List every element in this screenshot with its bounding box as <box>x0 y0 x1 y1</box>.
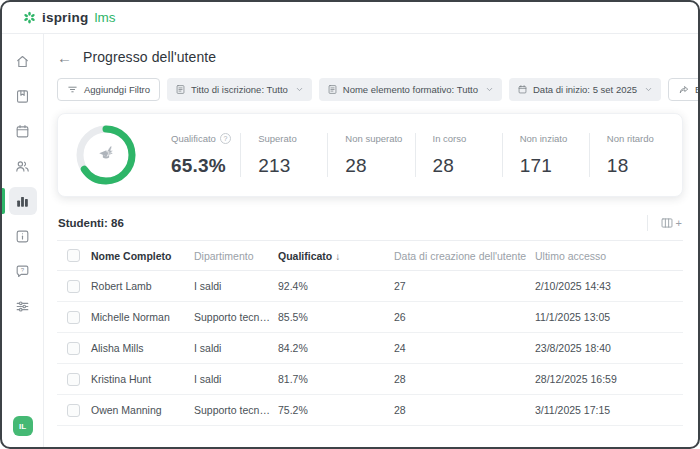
brand-name: ispring <box>42 10 88 25</box>
bar-chart-icon <box>14 193 31 210</box>
graduation-cap-bolt-icon <box>91 140 121 170</box>
row-checkbox[interactable] <box>67 280 80 293</box>
stat-value: 28 <box>433 155 502 177</box>
export-label: Esporta <box>695 84 700 95</box>
filter-chip-data-inizio[interactable]: Data di inizio: 5 set 2025 <box>509 78 661 101</box>
stat-label: Qualificato <box>171 133 216 144</box>
row-checkbox[interactable] <box>67 311 80 324</box>
stat-non-superato: Non superato28 <box>327 133 414 177</box>
stat-label: In corso <box>433 133 467 144</box>
home-icon <box>14 53 31 70</box>
sidebar-item-sliders[interactable] <box>9 292 37 320</box>
sidebar-item-bar-chart[interactable] <box>9 187 37 215</box>
column-header-ultimo-accesso[interactable]: Ultimo accesso <box>531 241 683 271</box>
list-icon <box>327 84 338 95</box>
calendar-icon <box>14 123 31 140</box>
cell-department: I saldi <box>190 364 274 395</box>
add-filter-button[interactable]: Aggiundgi Filtro <box>57 78 160 101</box>
page-title: Progresso dell'utente <box>83 49 216 65</box>
chevron-down-icon <box>644 85 653 94</box>
progress-summary-card: Qualificato?65.3%Superato213Non superato… <box>57 113 683 197</box>
sliders-icon <box>14 298 31 315</box>
stats-row: Qualificato?65.3%Superato213Non superato… <box>154 114 682 196</box>
stat-value: 28 <box>345 155 414 177</box>
cell-qualified: 84.2% <box>274 333 390 364</box>
column-header-data-di-creazione-dell-utente[interactable]: Data di creazione dell'utente <box>390 241 531 271</box>
cell-department: I saldi <box>190 333 274 364</box>
info-icon[interactable]: ? <box>220 133 231 144</box>
export-icon <box>678 84 690 96</box>
cell-last-access: 11/1/2025 13:05 <box>531 302 683 333</box>
info-box-icon <box>14 228 31 245</box>
cell-department: Supporto tecnico <box>190 395 274 426</box>
cell-last-access: 2/10/2025 14:43 <box>531 271 683 302</box>
brand-suffix: lms <box>94 10 115 25</box>
sidebar-item-info-box[interactable] <box>9 222 37 250</box>
app-window: ispring lms ?IL ← Progresso dell'utente … <box>0 0 700 449</box>
column-header-nome-completo[interactable]: Nome Completo <box>87 241 190 271</box>
ispring-logo-icon <box>22 10 37 25</box>
sidebar-nav: ?IL <box>2 34 44 447</box>
main-content: ← Progresso dell'utente Aggiundgi Filtro… <box>44 34 698 447</box>
cell-user-created: 28 <box>390 364 531 395</box>
cell-user-created: 26 <box>390 302 531 333</box>
cell-full-name: Alisha Mills <box>87 333 190 364</box>
qualified-donut <box>58 124 154 186</box>
select-all-header <box>57 241 87 271</box>
filter-chips: Titto di iscrizione: TuttoNome elemento … <box>167 78 661 101</box>
header-actions: Esporta <box>668 78 700 101</box>
brand-logo[interactable]: ispring lms <box>22 10 115 25</box>
table-header-row: Nome CompletoDipartimentoQualificato ↓Da… <box>57 241 683 271</box>
book-icon <box>14 88 31 105</box>
cell-last-access: 28/12/2025 16:59 <box>531 364 683 395</box>
stat-value: 18 <box>607 155 676 177</box>
stat-label: Non ritardo <box>607 133 654 144</box>
back-arrow-icon[interactable]: ← <box>57 50 72 65</box>
stat-non-inziato: Non inziato171 <box>502 133 589 177</box>
row-checkbox[interactable] <box>67 404 80 417</box>
table-row[interactable]: Michelle NormanSupporto tecnico85.5%2611… <box>57 302 683 333</box>
sidebar-item-home[interactable] <box>9 47 37 75</box>
manage-columns-button[interactable]: + <box>647 215 682 231</box>
filter-chip-nome-elemento-formativo[interactable]: Nome elemento formativo: Tutto <box>319 78 502 101</box>
chevron-down-icon <box>485 85 494 94</box>
user-avatar[interactable]: IL <box>13 416 33 436</box>
cell-qualified: 92.4% <box>274 271 390 302</box>
sidebar-item-users[interactable] <box>9 152 37 180</box>
select-all-checkbox[interactable] <box>67 249 80 262</box>
row-checkbox[interactable] <box>67 373 80 386</box>
column-header-qualificato[interactable]: Qualificato ↓ <box>274 241 390 271</box>
table-row[interactable]: Alisha MillsI saldi84.2%2423/8/2025 18:4… <box>57 333 683 364</box>
sort-desc-icon: ↓ <box>335 251 340 262</box>
students-table: Nome CompletoDipartimentoQualificato ↓Da… <box>57 240 683 426</box>
cell-department: I saldi <box>190 271 274 302</box>
stat-in-corso: In corso28 <box>415 133 502 177</box>
table-row[interactable]: Kristina HuntI saldi81.7%2828/12/2025 16… <box>57 364 683 395</box>
chat-question-icon: ? <box>14 263 31 280</box>
cell-full-name: Owen Manning <box>87 395 190 426</box>
cell-user-created: 27 <box>390 271 531 302</box>
cell-full-name: Kristina Hunt <box>87 364 190 395</box>
column-header-dipartimento[interactable]: Dipartimento <box>190 241 274 271</box>
svg-text:?: ? <box>21 267 25 273</box>
sidebar-item-chat-question[interactable]: ? <box>9 257 37 285</box>
stat-non-ritardo: Non ritardo18 <box>589 133 676 177</box>
chevron-down-icon <box>295 85 304 94</box>
cell-department: Supporto tecnico <box>190 302 274 333</box>
cell-qualified: 85.5% <box>274 302 390 333</box>
stat-label: Non superato <box>345 133 402 144</box>
cell-user-created: 28 <box>390 395 531 426</box>
topbar: ispring lms <box>2 2 698 34</box>
table-row[interactable]: Robert LambI saldi92.4%272/10/2025 14:43 <box>57 271 683 302</box>
filter-chip-titolo-iscrizione[interactable]: Titto di iscrizione: Tutto <box>167 78 312 101</box>
export-button[interactable]: Esporta <box>668 78 700 101</box>
cell-last-access: 23/8/2025 18:40 <box>531 333 683 364</box>
filter-icon <box>67 84 78 95</box>
table-row[interactable]: Owen ManningSupporto tecnico75.2%283/11/… <box>57 395 683 426</box>
row-checkbox[interactable] <box>67 342 80 355</box>
sidebar-item-calendar[interactable] <box>9 117 37 145</box>
filter-chip-label: Nome elemento formativo: Tutto <box>343 84 478 95</box>
sidebar-item-book[interactable] <box>9 82 37 110</box>
cell-qualified: 75.2% <box>274 395 390 426</box>
cell-user-created: 24 <box>390 333 531 364</box>
